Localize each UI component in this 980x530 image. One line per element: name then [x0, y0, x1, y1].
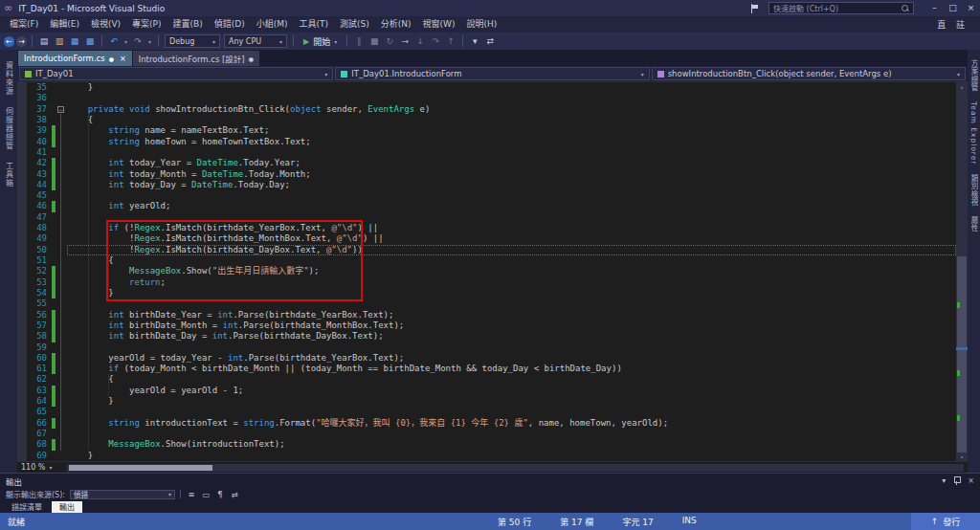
code-line[interactable]: [67, 93, 956, 103]
undo-icon[interactable]: ↶: [107, 33, 121, 49]
vertical-scrollbar[interactable]: ▴ ▾: [956, 82, 968, 461]
code-line[interactable]: [67, 190, 956, 201]
sidebar-tab-Team Explorer[interactable]: Team Explorer: [969, 101, 978, 165]
code-line[interactable]: {: [67, 115, 956, 125]
code-token: sender,: [322, 104, 368, 114]
project-dropdown[interactable]: IT_Day01 ▾: [19, 67, 333, 80]
nav-forward-icon[interactable]: →: [16, 36, 27, 47]
code-line[interactable]: {: [67, 374, 956, 385]
undo-icon-chevron[interactable]: ▾: [122, 38, 129, 45]
sidebar-tab-工具箱[interactable]: 工具箱: [4, 162, 14, 188]
scroll-up-icon[interactable]: ▴: [956, 82, 968, 91]
code-line[interactable]: int today_Day = DateTime.Today.Day;: [67, 180, 956, 190]
menu-item[interactable]: 偵錯(D): [209, 16, 251, 33]
menu-item[interactable]: 視窗(W): [417, 16, 461, 33]
type-dropdown[interactable]: IT_Day01.IntroductionForm ▾: [335, 67, 649, 80]
code-line[interactable]: int birthDate_Month = int.Parse(birthdat…: [67, 320, 956, 331]
clear-all-icon[interactable]: ▭: [200, 490, 212, 499]
quick-launch-search[interactable]: 快速啟動 (Ctrl+Q): [768, 2, 914, 14]
stop-icon[interactable]: ■: [368, 33, 381, 49]
code-line[interactable]: private void showIntroductionBtn_Click(o…: [67, 104, 956, 115]
toggle-word-wrap-icon[interactable]: ¶: [214, 490, 226, 499]
solution-config-dropdown[interactable]: Debug ▾: [165, 34, 220, 48]
go-to-message-icon[interactable]: ⇄: [229, 490, 240, 499]
redo-icon-chevron[interactable]: ▾: [146, 38, 153, 45]
tab-introductionform-cs[interactable]: IntroductionForm.cs ● ×: [18, 51, 132, 66]
zoom-control[interactable]: 110 % ▾: [17, 463, 63, 472]
code-line[interactable]: [67, 342, 956, 353]
sidebar-tab-伺服器總管[interactable]: 伺服器總管: [4, 107, 14, 150]
maximize-button[interactable]: □: [944, 0, 962, 16]
sidebar-tab-類別檢視[interactable]: 類別檢視: [969, 174, 979, 207]
platform-dropdown[interactable]: Any CPU ▾: [224, 34, 287, 48]
sidebar-tab-資料來源[interactable]: 資料來源: [4, 61, 14, 96]
close-tab-icon[interactable]: ×: [118, 55, 126, 63]
code-line[interactable]: MessageBox.Show(introductionText);: [67, 439, 956, 450]
close-button[interactable]: ×: [962, 0, 980, 16]
redo-icon[interactable]: ↷: [131, 33, 145, 49]
pin-icon[interactable]: [953, 476, 960, 485]
menu-item[interactable]: 小組(M): [251, 16, 294, 33]
menu-item[interactable]: 檔案(F): [4, 16, 44, 33]
window-position-icon[interactable]: ▾: [942, 476, 946, 485]
step-over-icon[interactable]: ↷: [429, 33, 442, 49]
breakpoint-margin[interactable]: [17, 82, 27, 461]
nav-back-icon[interactable]: ←: [4, 36, 14, 47]
code-editor[interactable]: 3536373839404142434445464748495051525354…: [17, 82, 968, 461]
code-line[interactable]: int birthDate_Year = int.Parse(birthdate…: [67, 310, 956, 320]
code-line[interactable]: }: [67, 396, 956, 407]
menu-item[interactable]: 建置(B): [167, 16, 209, 33]
output-source-dropdown[interactable]: 偵錯 ▾: [70, 490, 175, 499]
user-name[interactable]: 直 註: [937, 18, 976, 31]
new-file-icon[interactable]: ▤: [37, 33, 51, 49]
code-line[interactable]: string name = nameTextBox.Text;: [67, 125, 956, 136]
menu-item[interactable]: 測試(S): [334, 16, 375, 33]
start-debugging-button[interactable]: ▶ 開始 ▾: [299, 33, 342, 49]
restart-icon[interactable]: ↻: [383, 33, 396, 49]
step-out-icon[interactable]: ↑: [444, 33, 457, 49]
code-line[interactable]: string introductionText = string.Format(…: [67, 418, 956, 429]
menu-item[interactable]: 說明(H): [460, 16, 502, 33]
code-line[interactable]: [67, 147, 956, 158]
outline-collapse-icon[interactable]: −: [57, 106, 64, 113]
code-line[interactable]: int birthDate_Day = int.Parse(birthdate_…: [67, 331, 956, 342]
sidebar-tab-屬性[interactable]: 屬性: [969, 216, 979, 232]
show-next-statement-icon[interactable]: →: [398, 33, 412, 49]
code-line[interactable]: }: [67, 82, 956, 93]
menu-item[interactable]: 工具(T): [294, 16, 335, 33]
horizontal-scrollbar[interactable]: [67, 464, 964, 472]
close-panel-icon[interactable]: ×: [968, 476, 974, 485]
minimize-button[interactable]: –: [925, 0, 944, 16]
publish-button[interactable]: ↑ 發行: [911, 513, 980, 530]
save-all-icon[interactable]: ▩: [83, 33, 97, 49]
horizontal-scrollbar-thumb[interactable]: [69, 465, 212, 471]
sync-solution-explorer-icon[interactable]: ⇄: [483, 33, 497, 49]
save-icon[interactable]: ▦: [68, 33, 81, 49]
tab-introductionform-cs-design[interactable]: IntroductionForm.cs [設計] ●: [133, 51, 259, 66]
sidebar-tab-方案總管[interactable]: 方案總管: [969, 59, 979, 92]
step-into-icon[interactable]: ↓: [413, 33, 427, 49]
code-token: .Today.Year;: [238, 158, 301, 167]
menu-item[interactable]: 編輯(E): [44, 16, 85, 33]
member-dropdown[interactable]: showIntroductionBtn_Click(object sender,…: [652, 67, 966, 80]
vertical-scrollbar-thumb[interactable]: [957, 256, 967, 453]
code-line[interactable]: int today_Month = DateTime.Today.Month;: [67, 169, 956, 180]
find-in-files-icon[interactable]: ▾: [468, 33, 481, 49]
menu-item[interactable]: 分析(N): [375, 16, 417, 33]
code-line[interactable]: if (today_Month < birthDate_Month || (to…: [67, 364, 956, 374]
code-line[interactable]: }: [67, 451, 956, 461]
open-file-icon[interactable]: ▥: [53, 33, 66, 49]
code-line[interactable]: [67, 407, 956, 417]
menu-item[interactable]: 檢視(V): [85, 16, 126, 33]
code-line[interactable]: int yearOld;: [67, 201, 956, 211]
menu-item[interactable]: 專案(P): [126, 16, 167, 33]
output-messages-icon[interactable]: ≡: [186, 490, 197, 499]
notifications-flag-icon[interactable]: [751, 4, 759, 13]
code-line[interactable]: yearOld = today_Year - int.Parse(birthda…: [67, 353, 956, 364]
code-line[interactable]: [67, 429, 956, 439]
break-all-icon[interactable]: ∥: [352, 33, 366, 49]
code-line[interactable]: yearOld = yearOld - 1;: [67, 386, 956, 396]
code-line[interactable]: int today_Year = DateTime.Today.Year;: [67, 158, 956, 168]
code-line[interactable]: string homeTown = homeTownTextBox.Text;: [67, 137, 956, 147]
scroll-down-icon[interactable]: ▾: [956, 453, 968, 461]
